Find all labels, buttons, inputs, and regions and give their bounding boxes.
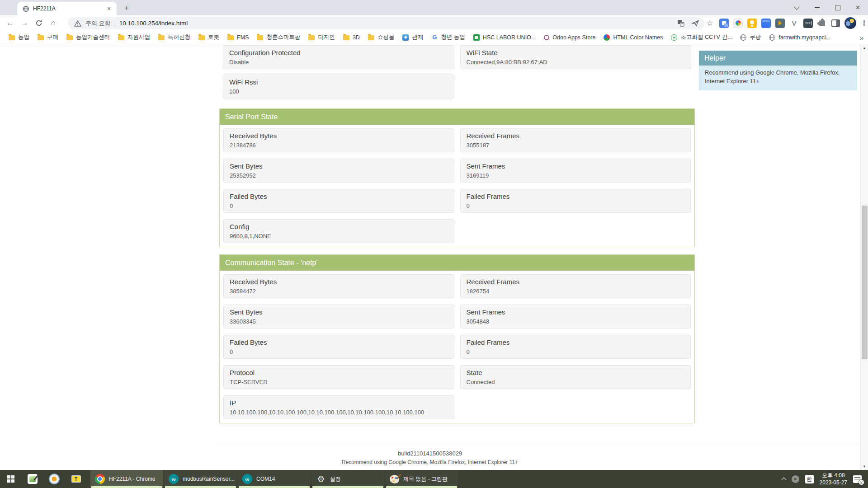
blue-box-extension-icon[interactable] — [761, 19, 771, 28]
bookmark-label: 초고화질 CCTV 간... — [680, 33, 732, 41]
extensions-puzzle-icon[interactable] — [817, 19, 827, 28]
bookmark-item[interactable]: 디자인 — [304, 32, 339, 43]
clock-time: 오후 4:08 — [820, 472, 847, 479]
share-icon[interactable] — [690, 18, 700, 28]
photos-extension-icon[interactable] — [733, 19, 743, 28]
windows-taskbar: HF2211A - Chrome modbusRainSensor... COM… — [0, 470, 868, 488]
bookmark-item[interactable]: farmwith.myqnapcl... — [765, 32, 835, 43]
bookmark-item[interactable]: 3D — [339, 32, 364, 43]
tab-favicon-globe-icon — [23, 5, 29, 12]
page-scrollbar[interactable] — [860, 44, 868, 470]
page-footer: build2110141500538029 Recommend using Go… — [0, 450, 860, 465]
start-button[interactable] — [0, 470, 22, 488]
dots-extension-icon[interactable] — [803, 19, 813, 28]
close-window-button[interactable] — [848, 0, 868, 15]
back-button[interactable]: ← — [4, 17, 16, 29]
card-value: 0 — [230, 348, 448, 355]
home-button[interactable]: ⌂ — [47, 17, 60, 29]
bookmark-item[interactable]: HTML Color Names — [599, 32, 667, 43]
card-label: Received Frames — [467, 278, 685, 286]
bookmark-label: 3D — [353, 34, 360, 41]
bookmark-item[interactable]: 구매 — [33, 32, 62, 43]
bookmark-label: 로봇 — [208, 33, 219, 41]
bookmark-item[interactable]: 쇼핑몰 — [364, 32, 399, 43]
volume-muted-icon[interactable] — [792, 475, 799, 483]
card-value: TCP-SERVER — [230, 379, 448, 385]
status-card: IP 10.10.100.100,10.10.100.100,10.10.100… — [223, 395, 454, 419]
security-warning-text[interactable]: 주의 요함 — [85, 19, 111, 28]
taskbar-app-button[interactable]: HF2211A - Chrome — [90, 470, 163, 488]
taskbar-app-button[interactable]: 설정 — [311, 470, 384, 488]
taskbar-clock[interactable]: 오후 4:08 2023-05-27 — [820, 472, 847, 486]
tab-search-chevron-icon[interactable] — [787, 0, 807, 15]
translate-extension-icon[interactable] — [719, 19, 729, 28]
bookmark-icon — [158, 35, 165, 40]
bookmark-item[interactable]: 쿠팡 — [736, 32, 765, 43]
address-url[interactable]: 10.10.100.254/index.html — [119, 20, 188, 27]
bookmark-label: 디자인 — [318, 33, 335, 41]
bookmark-item[interactable]: 청춘스마트팜 — [253, 32, 304, 43]
bookmark-item[interactable]: 농업기술센터 — [62, 32, 114, 43]
translate-page-icon[interactable] — [676, 18, 686, 28]
clock-date: 2023-05-27 — [820, 479, 847, 486]
bookmark-item[interactable]: 초고화질 CCTV 간... — [667, 32, 736, 43]
communication-cards: Received Bytes 38594472 Received Frames … — [220, 271, 694, 423]
vue-devtools-extension-icon[interactable] — [789, 19, 799, 28]
taskbar-app-button[interactable]: COM14 — [238, 470, 311, 488]
bookmark-item[interactable]: Odoo Apps Store — [540, 32, 599, 43]
card-label: Protocol — [230, 369, 448, 376]
quicklaunch-compass-app[interactable] — [43, 470, 65, 488]
address-bar[interactable]: 주의 요함 10.10.100.254/index.html — [68, 17, 704, 29]
bookmark-star-icon[interactable] — [705, 18, 715, 28]
bookmark-item[interactable]: HSC LABOR UNIO... — [469, 32, 540, 43]
bookmark-item[interactable]: 특허신청 — [154, 32, 194, 43]
taskbar-app-icon — [316, 474, 326, 484]
card-label: Failed Frames — [467, 192, 685, 200]
bookmark-item[interactable]: 청년 농업 — [427, 32, 469, 43]
keep-extension-icon[interactable] — [747, 19, 757, 28]
card-label: Received Bytes — [230, 132, 448, 140]
build-version: build2110141500538029 — [0, 450, 860, 457]
show-hidden-icons-chevron[interactable] — [781, 477, 786, 482]
reload-button[interactable] — [33, 17, 45, 29]
bookmark-label: 특허신청 — [168, 33, 190, 41]
serial-port-state-section: Serial Port State Received Bytes 2138478… — [219, 108, 695, 247]
card-label: Failed Frames — [467, 338, 685, 346]
card-value: Connected,9A:80:BB:92:67:AD — [467, 59, 685, 66]
bookmark-item[interactable]: 지원사업 — [114, 32, 154, 43]
tab-close-icon[interactable]: × — [105, 5, 113, 13]
maximize-button[interactable] — [827, 0, 848, 15]
bookmark-icon — [9, 35, 15, 40]
minimize-button[interactable] — [807, 0, 827, 15]
scroll-down-arrow[interactable] — [861, 463, 868, 470]
new-tab-button[interactable] — [121, 3, 132, 14]
bookmark-item[interactable]: FMS — [223, 32, 253, 43]
bookmark-item[interactable]: 농업 — [5, 32, 33, 43]
card-value: Disable — [229, 59, 448, 66]
status-card: Config 9600,8,1,NONE — [223, 219, 454, 243]
bookmark-icon — [368, 35, 374, 40]
toolbar-right-icons — [676, 15, 866, 31]
forward-button[interactable]: → — [18, 17, 31, 29]
bookmark-item[interactable]: 관제 — [398, 32, 427, 43]
taskbar-app-button[interactable]: modbusRainSensor... — [164, 470, 237, 488]
scrollbar-thumb[interactable] — [862, 206, 868, 359]
tag-assistant-extension-icon[interactable] — [775, 19, 785, 28]
quicklaunch-photo-viewer[interactable] — [22, 470, 43, 488]
scroll-up-arrow[interactable] — [861, 44, 868, 52]
bookmarks-overflow-chevron[interactable]: » — [860, 34, 863, 42]
taskbar-app-button[interactable]: 제목 없음 - 그림판 — [385, 470, 458, 488]
bookmark-icon — [66, 35, 73, 40]
bookmark-label: 청년 농업 — [441, 33, 465, 41]
quicklaunch-t-viewer[interactable] — [65, 470, 87, 488]
profile-avatar[interactable] — [844, 17, 856, 29]
notification-center-icon[interactable]: 2 — [853, 475, 862, 483]
ime-indicator[interactable]: 한 — [805, 475, 814, 483]
browser-tab[interactable]: HF2211A × — [17, 2, 117, 15]
bookmark-item[interactable]: 로봇 — [194, 32, 223, 43]
browser-menu-icon[interactable] — [861, 19, 866, 27]
card-value: 9600,8,1,NONE — [230, 233, 448, 239]
side-panel-icon[interactable] — [831, 19, 840, 27]
helper-text: Recommend using Google Chrome, Mozilla F… — [699, 66, 857, 90]
communication-state-section: Communication State - 'netp' Received By… — [219, 254, 695, 423]
